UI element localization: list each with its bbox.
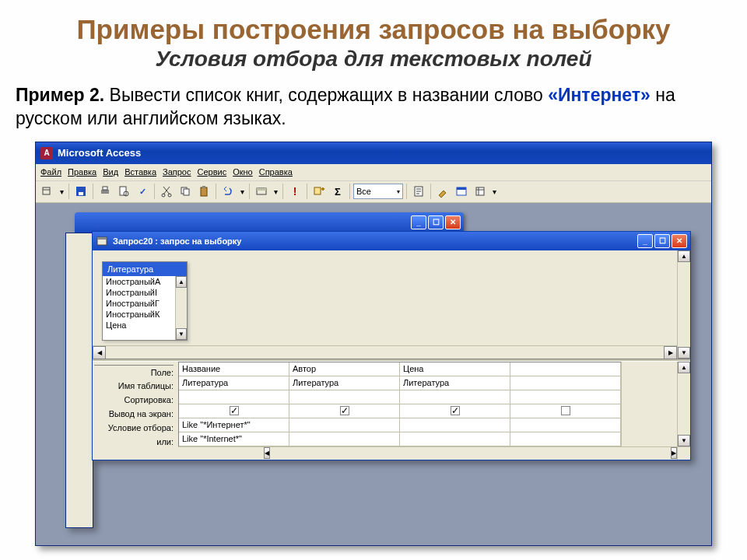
cell-or[interactable] [289,432,400,446]
table-pane[interactable]: Литература ИностраныйА ИностраныйI Иност… [93,250,677,345]
query-window-title: Запрос20 : запрос на выборку [113,236,241,246]
menu-window[interactable]: Окно [233,167,253,177]
cell-table[interactable]: Литература [289,376,400,390]
copy-button[interactable] [177,183,194,200]
background-window-body [65,233,93,528]
field-item[interactable]: ИностраныйК [103,309,187,320]
scroll-up-icon[interactable]: ▲ [678,362,690,373]
cell-sort[interactable] [289,390,400,404]
cell-or[interactable]: Like "*Internet*" [179,432,289,446]
field-item[interactable]: ИностраныйI [103,287,187,298]
slide-subtitle: Условия отбора для текстовых полей [16,47,731,72]
checkbox-icon[interactable] [451,406,460,415]
table-pane-vscroll[interactable]: ▲ ▼ [677,250,690,359]
save-button[interactable] [72,183,89,200]
bg-minimize-button[interactable]: _ [411,215,426,229]
view-dropdown-button[interactable] [39,183,56,200]
cell-field[interactable]: Цена [400,362,510,376]
bg-close-button[interactable]: ✕ [445,215,461,229]
cell-or[interactable] [400,432,510,446]
cell-sort[interactable] [400,390,510,404]
view-arrow[interactable]: ▾ [58,183,65,200]
cell-show[interactable] [289,404,400,418]
cell-field[interactable]: Автор [289,362,400,376]
field-item[interactable]: ИностраныйА [103,276,187,287]
query-type-button[interactable] [253,183,270,200]
qbe-vscroll[interactable]: ▲ ▼ [677,362,690,446]
field-item[interactable]: ИностраныйГ [103,298,187,309]
cell-criteria[interactable] [289,418,400,432]
menu-help[interactable]: Справка [259,167,293,177]
menu-file[interactable]: Файл [40,167,61,177]
query-window-icon [96,235,108,247]
undo-button[interactable] [219,183,237,200]
top-values-combo[interactable]: Все▾ [353,184,403,199]
close-button[interactable]: ✕ [672,234,687,248]
cell-criteria[interactable]: Like "*Интернет*" [179,418,289,432]
cell-show[interactable] [510,404,621,418]
checkbox-icon[interactable] [561,406,570,415]
menu-query[interactable]: Запрос [163,167,191,177]
cell-or[interactable] [510,432,621,446]
qbe-grid[interactable]: Название Автор Цена Литература Литератур… [178,362,621,446]
cell-table[interactable]: Литература [400,376,510,390]
scroll-up-icon[interactable]: ▲ [678,250,690,262]
run-button[interactable]: ! [286,183,303,200]
menu-insert[interactable]: Вставка [124,167,156,177]
example-label: Пример 2. [16,85,104,105]
checkbox-icon[interactable] [230,406,239,415]
table-pane-hscroll[interactable]: ◀ ▶ [93,345,677,359]
field-list-scrollbar[interactable]: ▲ ▼ [175,276,187,340]
field-item[interactable]: Цена [103,320,187,331]
menu-view[interactable]: Вид [103,167,118,177]
maximize-button[interactable]: ☐ [654,234,670,248]
bg-maximize-button[interactable]: ☐ [428,215,444,229]
show-table-button[interactable] [310,183,328,200]
table-field-list[interactable]: Литература ИностраныйА ИностраныйI Иност… [102,261,188,341]
cell-table[interactable]: Литература [179,376,289,390]
scroll-up-icon[interactable]: ▲ [176,276,187,288]
print-preview-button[interactable] [115,183,132,200]
scroll-left-icon[interactable]: ◀ [264,447,270,459]
build-button[interactable] [434,183,451,200]
cut-button[interactable] [158,183,175,200]
menu-edit[interactable]: Правка [68,167,96,177]
query-design-window: Запрос20 : запрос на выборку _ ☐ ✕ Литер… [92,231,691,460]
properties-button[interactable] [410,183,427,200]
scroll-right-icon[interactable]: ▶ [671,447,677,459]
scroll-down-icon[interactable]: ▼ [678,435,690,446]
scroll-left-icon[interactable]: ◀ [93,346,106,359]
svg-rect-5 [120,187,126,195]
spelling-button[interactable]: ✓ [134,183,151,200]
qbe-hscroll[interactable]: ◀ ▶ [178,446,690,460]
title-bar[interactable]: A Microsoft Access [36,142,711,164]
paste-button[interactable] [195,183,212,200]
cell-field[interactable]: Название [179,362,289,376]
scroll-down-icon[interactable]: ▼ [678,347,690,359]
cell-table[interactable] [510,376,621,390]
new-object-arrow[interactable]: ▾ [490,183,498,200]
cell-sort[interactable] [179,390,289,404]
slide-title: Примеры построения запросов на выборку [16,14,731,45]
minimize-button[interactable]: _ [637,234,653,248]
scroll-down-icon[interactable]: ▼ [176,328,187,340]
cell-criteria[interactable] [400,418,510,432]
scroll-right-icon[interactable]: ▶ [664,346,677,359]
background-window-titlebar[interactable]: _ ☐ ✕ [75,212,464,233]
db-window-button[interactable] [453,183,470,200]
cell-sort[interactable] [510,390,621,404]
totals-button[interactable]: Σ [329,183,346,200]
checkbox-icon[interactable] [340,406,349,415]
menu-tools[interactable]: Сервис [197,167,226,177]
query-window-titlebar[interactable]: Запрос20 : запрос на выборку _ ☐ ✕ [93,232,690,250]
cell-show[interactable] [400,404,510,418]
query-type-arrow[interactable]: ▾ [272,183,279,200]
cell-show[interactable] [179,404,289,418]
undo-arrow[interactable]: ▾ [238,183,246,200]
svg-rect-19 [476,187,484,195]
cell-criteria[interactable] [510,418,621,432]
cell-field[interactable] [510,362,621,376]
new-object-button[interactable] [472,183,489,200]
svg-rect-3 [101,190,109,194]
print-button[interactable] [96,183,114,200]
